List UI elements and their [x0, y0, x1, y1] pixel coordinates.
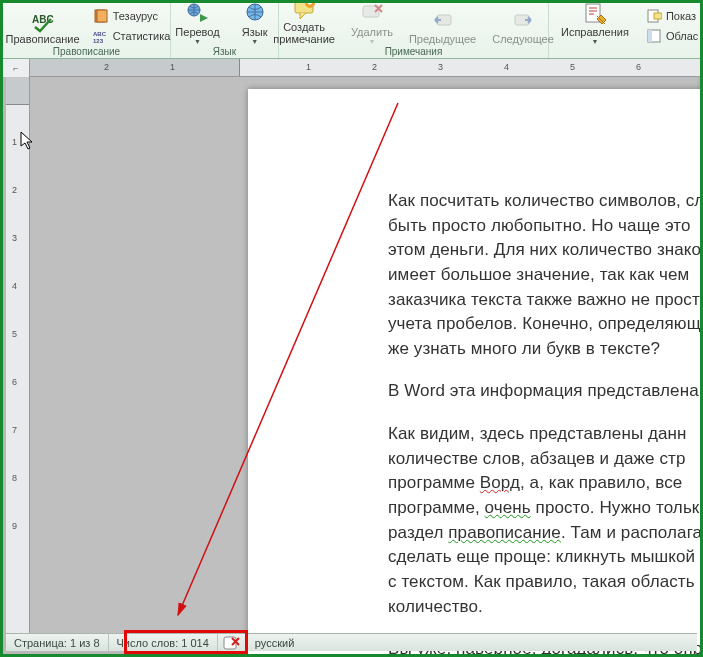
- ribbon-group-tracking: Исправления ▼ Показ Облас: [549, 3, 703, 58]
- spelling-label: Правописание: [6, 33, 80, 45]
- statistics-icon: ABC123: [93, 28, 109, 44]
- horizontal-ruler-row: ⌐ 2 1 1 2 3 4 5 6 7: [3, 59, 700, 77]
- prev-comment-label: Предыдущее: [409, 33, 476, 45]
- group-label-proofing: Правописание: [9, 45, 164, 57]
- show-markup-icon: [646, 8, 662, 24]
- track-changes-label: Исправления: [561, 26, 629, 38]
- document-page[interactable]: Как посчитать количество символов, сл бы…: [248, 89, 703, 657]
- status-proofing-icon[interactable]: [218, 634, 247, 651]
- track-changes-icon: [583, 2, 607, 26]
- vertical-ruler[interactable]: 1 2 3 4 5 6 7 8 9: [6, 77, 30, 633]
- group-label-language: Язык: [177, 45, 272, 57]
- svg-text:123: 123: [93, 38, 104, 44]
- track-changes-button[interactable]: Исправления ▼: [555, 0, 635, 45]
- new-comment-label-2: примечание: [273, 33, 335, 45]
- ruler-corner[interactable]: ⌐: [3, 59, 30, 77]
- spelling-button[interactable]: ABC Правописание: [0, 7, 86, 45]
- delete-comment-icon: [360, 2, 384, 26]
- ribbon-group-comments: + Создать примечание Удалить ▼ Предыдуще…: [279, 3, 549, 58]
- paragraph: В Word эта информация представлена в: [388, 379, 703, 404]
- statistics-button[interactable]: ABC123 Статистика: [90, 27, 174, 45]
- dropdown-icon: ▼: [251, 38, 258, 45]
- dropdown-icon: ▼: [368, 38, 375, 45]
- translate-label: Перевод: [175, 26, 219, 38]
- globe-icon: [243, 2, 267, 26]
- group-label-comments: Примечания: [285, 45, 542, 57]
- thesaurus-icon: [93, 8, 109, 24]
- reviewing-pane-icon: [646, 28, 662, 44]
- ribbon-group-proofing: ABC Правописание Тезаурус ABC123 Статист…: [3, 3, 171, 58]
- new-comment-icon: +: [292, 0, 316, 21]
- new-comment-button[interactable]: + Создать примечание: [267, 0, 341, 45]
- language-label: Язык: [242, 26, 268, 38]
- new-comment-label-1: Создать: [283, 21, 325, 33]
- status-page[interactable]: Страница: 1 из 8: [6, 634, 109, 651]
- reviewing-pane-button[interactable]: Облас: [643, 27, 701, 45]
- svg-rect-15: [654, 13, 662, 19]
- status-language[interactable]: русский: [247, 634, 302, 651]
- proofing-error-icon: [224, 636, 240, 650]
- next-comment-icon: [511, 9, 535, 33]
- statistics-label: Статистика: [113, 30, 171, 42]
- next-comment-label: Следующее: [492, 33, 554, 45]
- dropdown-icon: ▼: [591, 38, 598, 45]
- dropdown-icon: ▼: [194, 38, 201, 45]
- delete-comment-button[interactable]: Удалить ▼: [345, 0, 399, 45]
- spelling-icon: ABC: [31, 9, 55, 33]
- paragraph: Как видим, здесь представлены данн колич…: [388, 422, 703, 619]
- translate-icon: [186, 2, 210, 26]
- prev-comment-icon: [431, 9, 455, 33]
- translate-button[interactable]: Перевод ▼: [169, 0, 225, 45]
- delete-comment-label: Удалить: [351, 26, 393, 38]
- ribbon: ABC Правописание Тезаурус ABC123 Статист…: [3, 3, 700, 59]
- ribbon-group-language: Перевод ▼ Язык ▼ Язык: [171, 3, 279, 58]
- document-area: 1 2 3 4 5 6 7 8 9 Как посчитать количест…: [6, 77, 697, 633]
- status-word-count[interactable]: Число слов: 1 014: [109, 634, 218, 651]
- thesaurus-button[interactable]: Тезаурус: [90, 7, 161, 25]
- svg-rect-2: [97, 10, 107, 22]
- status-bar: Страница: 1 из 8 Число слов: 1 014 русск…: [6, 633, 697, 651]
- prev-comment-button[interactable]: Предыдущее: [403, 7, 482, 45]
- paragraph: Как посчитать количество символов, сл бы…: [388, 189, 703, 361]
- show-markup-button[interactable]: Показ: [643, 7, 699, 25]
- show-markup-label: Показ: [666, 10, 696, 22]
- svg-rect-17: [648, 30, 652, 42]
- reviewing-pane-label: Облас: [666, 30, 698, 42]
- horizontal-ruler[interactable]: 2 1 1 2 3 4 5 6 7: [30, 59, 700, 76]
- svg-text:+: +: [308, 0, 313, 8]
- thesaurus-label: Тезаурус: [113, 10, 158, 22]
- svg-text:ABC: ABC: [93, 31, 107, 37]
